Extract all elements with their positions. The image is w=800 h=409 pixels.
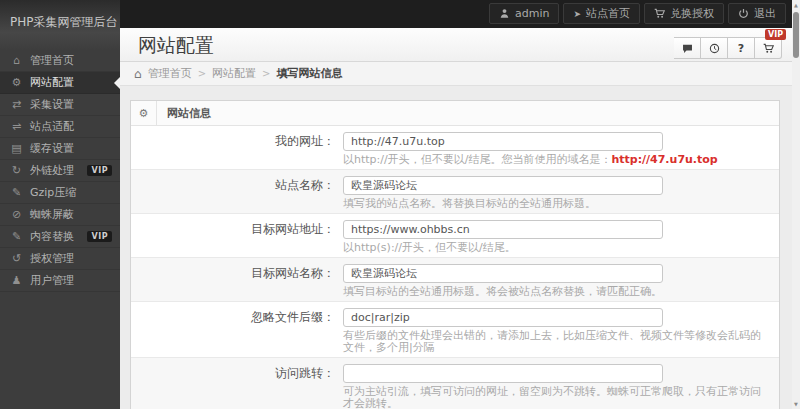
cart-button[interactable] — [755, 37, 782, 59]
field-label: 访问跳转： — [131, 362, 343, 409]
breadcrumb-separator: > — [198, 68, 206, 79]
sidebar-item-label: 缓存设置 — [30, 141, 74, 156]
breadcrumb-separator: > — [262, 68, 270, 79]
topbar-logout-label: 退出 — [754, 6, 776, 21]
field-label: 目标网站名称： — [131, 262, 343, 298]
history-icon — [709, 43, 720, 54]
topbar-logout[interactable]: 退出 — [728, 3, 786, 24]
sidebar-item-external-links[interactable]: 外链处理 VIP — [0, 160, 120, 182]
field-row-target-url: 目标网站地址： 以http(s)://开头，但不要以/结尾。 — [131, 213, 779, 257]
comment-icon — [682, 43, 693, 54]
header-toolbar: VIP — [674, 37, 782, 59]
field-row-target-name: 目标网站名称： 填写目标站的全站通用标题。将会被站点名称替换，请匹配正确。 — [131, 257, 779, 301]
comment-button[interactable] — [674, 37, 701, 59]
content-area: 网站配置 VIP 管理首页 > 网站配置 — [120, 28, 792, 409]
breadcrumb-admin-home[interactable]: 管理首页 — [148, 66, 192, 81]
breadcrumb: 管理首页 > 网站配置 > 填写网站信息 — [120, 62, 792, 86]
ban-icon — [10, 208, 23, 221]
scrollbar[interactable] — [792, 0, 800, 409]
field-row-site-name: 站点名称： 填写我的站点名称。将替换目标站的全站通用标题。 — [131, 169, 779, 213]
user-icon — [10, 274, 23, 287]
sidebar-item-site-config[interactable]: 网站配置 — [0, 72, 120, 94]
field-hint: 以http://开头，但不要以/结尾。您当前使用的域名是：http://47.u… — [343, 154, 765, 166]
sidebar-item-collect-settings[interactable]: 采集设置 — [0, 94, 120, 116]
refresh-icon — [10, 164, 23, 177]
scroll-up-icon[interactable] — [792, 2, 800, 8]
vip-badge: VIP — [765, 29, 786, 40]
field-hint: 以http(s)://开头，但不要以/结尾。 — [343, 242, 765, 254]
help-icon — [738, 42, 744, 55]
brand-logo: PHP采集网管理后台 — [0, 0, 120, 50]
sidebar-item-label: 外链处理 — [30, 163, 74, 178]
sidebar-item-label: 内容替换 — [30, 229, 74, 244]
topbar-site-home[interactable]: 站点首页 — [563, 3, 640, 24]
history-button[interactable] — [701, 37, 728, 59]
gear-icon — [131, 101, 157, 125]
target-name-input[interactable] — [343, 264, 663, 283]
power-icon — [738, 8, 749, 19]
hint-text: 以http://开头，但不要以/结尾。您当前使用的域名是： — [343, 153, 611, 166]
field-label: 忽略文件后缀： — [131, 306, 343, 354]
sidebar-item-label: 网站配置 — [30, 75, 74, 90]
top-menu: admin 站点首页 兑换授权 退出 — [485, 3, 786, 24]
page-header: 网站配置 VIP — [120, 28, 792, 62]
field-row-my-url: 我的网址： 以http://开头，但不要以/结尾。您当前使用的域名是：http:… — [131, 126, 779, 169]
collect-icon — [10, 98, 23, 111]
scrollbar-thumb[interactable] — [793, 12, 799, 58]
share-arrow-icon — [573, 9, 581, 19]
field-hint: 填写目标站的全站通用标题。将会被站点名称替换，请匹配正确。 — [343, 286, 765, 298]
field-hint: 填写我的站点名称。将替换目标站的全站通用标题。 — [343, 198, 765, 210]
help-button[interactable] — [728, 37, 755, 59]
field-row-ignore-ext: 忽略文件后缀： 有些后缀的文件处理会出错的，请添加上去，比如压缩文件、视频文件等… — [131, 301, 779, 357]
page-body: 网站信息 我的网址： 以http://开头，但不要以/结尾。您当前使用的域名是：… — [120, 86, 792, 409]
ignore-ext-input[interactable] — [343, 308, 663, 327]
sidebar-item-label: 管理首页 — [30, 53, 74, 68]
sidebar-item-label: 用户管理 — [30, 273, 74, 288]
topbar-exchange-license-label: 兑换授权 — [670, 6, 714, 21]
sidebar-item-license-manage[interactable]: 授权管理 — [0, 248, 120, 270]
site-info-panel: 网站信息 我的网址： 以http://开头，但不要以/结尾。您当前使用的域名是：… — [130, 100, 780, 409]
sidebar-item-site-adapt[interactable]: 站点适配 — [0, 116, 120, 138]
pencil-icon — [10, 186, 23, 199]
cart-icon — [654, 8, 665, 19]
topbar-exchange-license[interactable]: 兑换授权 — [644, 3, 724, 24]
field-row-visit-redirect: 访问跳转： 可为主站引流，填写可访问的网址，留空则为不跳转。蜘蛛可正常爬取，只有… — [131, 357, 779, 409]
field-label: 站点名称： — [131, 174, 343, 210]
breadcrumb-site-config[interactable]: 网站配置 — [212, 66, 256, 81]
home-icon — [134, 67, 142, 81]
visit-redirect-input[interactable] — [343, 364, 663, 383]
vip-badge: VIP — [87, 165, 112, 176]
sidebar-item-label: Gzip压缩 — [30, 185, 76, 200]
target-url-input[interactable] — [343, 220, 663, 239]
sidebar-item-content-replace[interactable]: 内容替换 VIP — [0, 226, 120, 248]
home-icon — [10, 54, 23, 67]
field-label: 我的网址： — [131, 130, 343, 166]
gear-icon — [10, 76, 23, 89]
sidebar-menu: 管理首页 网站配置 采集设置 站点适配 缓存设置 外链处理 VIP — [0, 50, 120, 292]
topbar-admin[interactable]: admin — [489, 3, 559, 24]
sidebar-item-gzip[interactable]: Gzip压缩 — [0, 182, 120, 204]
sidebar-item-label: 站点适配 — [30, 119, 74, 134]
breadcrumb-current: 填写网站信息 — [276, 66, 342, 81]
field-hint: 有些后缀的文件处理会出错的，请添加上去，比如压缩文件、视频文件等修改会乱码的文件… — [343, 330, 765, 354]
sidebar-item-admin-home[interactable]: 管理首页 — [0, 50, 120, 72]
scroll-down-icon[interactable] — [792, 401, 800, 407]
site-name-input[interactable] — [343, 176, 663, 195]
current-domain-text: http://47.u7u.top — [611, 153, 717, 166]
panel-header: 网站信息 — [131, 101, 779, 126]
sidebar-item-user-manage[interactable]: 用户管理 — [0, 270, 120, 292]
sidebar-item-label: 授权管理 — [30, 251, 74, 266]
sidebar-item-cache-settings[interactable]: 缓存设置 — [0, 138, 120, 160]
user-icon — [499, 8, 510, 19]
license-icon — [10, 252, 23, 265]
cart-icon — [763, 43, 774, 54]
top-bar: admin 站点首页 兑换授权 退出 — [0, 0, 800, 28]
panel-title: 网站信息 — [157, 101, 211, 125]
admin-page: admin 站点首页 兑换授权 退出 PHP采集网管理后台 管理首页 — [0, 0, 800, 409]
cache-icon — [10, 142, 23, 155]
topbar-site-home-label: 站点首页 — [586, 6, 630, 21]
sidebar-item-spider-block[interactable]: 蜘蛛屏蔽 — [0, 204, 120, 226]
my-url-input[interactable] — [343, 132, 663, 151]
sidebar: PHP采集网管理后台 管理首页 网站配置 采集设置 站点适配 缓存设置 — [0, 0, 120, 409]
edit-icon — [10, 230, 23, 243]
